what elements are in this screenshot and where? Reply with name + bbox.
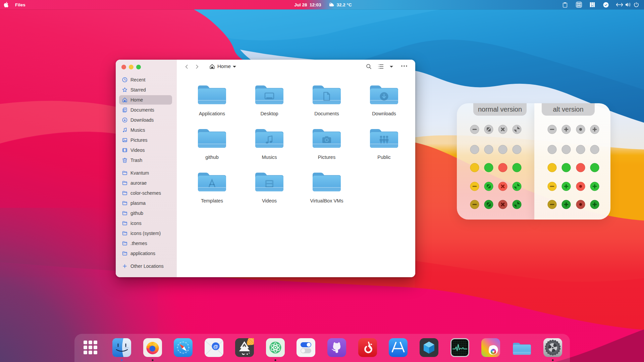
svg-text:@: @ <box>213 344 218 349</box>
